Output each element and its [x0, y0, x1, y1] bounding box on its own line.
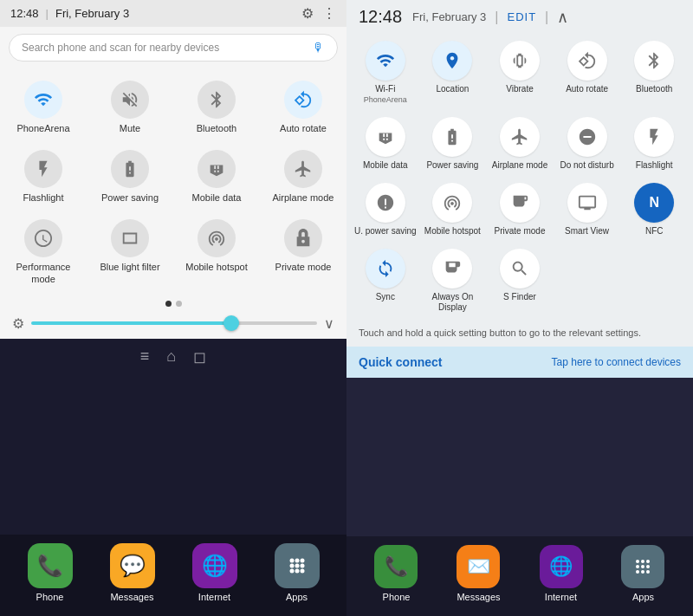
- rt-label-donotdisturb: Do not disturb: [560, 160, 613, 171]
- tile-mobilehotspot[interactable]: Mobile hotspot: [173, 211, 260, 291]
- left-time: 12:48: [10, 7, 39, 20]
- collapse-button[interactable]: ∧: [557, 8, 568, 27]
- left-date: Fri, February 3: [55, 7, 129, 20]
- tile-mobiledata[interactable]: Mobile data: [173, 141, 260, 211]
- right-app-messages[interactable]: ✉️ Messages: [457, 545, 500, 602]
- page-dots: [0, 295, 346, 312]
- tile-label-privatemode: Private mode: [275, 262, 332, 273]
- tile-airplanemode[interactable]: Airplane mode: [260, 141, 346, 211]
- app-phone[interactable]: 📞 Phone: [28, 543, 73, 602]
- mic-icon[interactable]: 🎙: [313, 41, 325, 55]
- nav-home-icon[interactable]: ⌂: [166, 347, 176, 366]
- rt-icon-airplanemode: [500, 117, 540, 157]
- tile-phonearena[interactable]: PhoneArena: [0, 72, 87, 141]
- edit-button[interactable]: EDIT: [507, 10, 536, 23]
- right-tile-location[interactable]: Location: [419, 34, 487, 110]
- left-panel: 12:48 | Fri, February 3 ⚙ ⋮ Search phone…: [0, 0, 346, 616]
- right-apps-label: Apps: [632, 592, 654, 602]
- rt-icon-nfc: N: [634, 183, 674, 223]
- app-internet[interactable]: 🌐 Internet: [192, 543, 237, 602]
- right-tile-wifi[interactable]: Wi-FiPhoneArena: [352, 34, 419, 110]
- tile-privatemode[interactable]: Private mode: [260, 211, 346, 291]
- right-internet-label: Internet: [545, 592, 577, 602]
- right-tile-upowersaving[interactable]: U. power saving: [352, 176, 419, 242]
- right-tile-sfinder[interactable]: S Finder: [486, 242, 554, 318]
- tile-flashlight[interactable]: Flashlight: [0, 141, 87, 211]
- messages-app-icon: 💬: [110, 543, 155, 588]
- right-app-apps[interactable]: Apps: [621, 545, 664, 602]
- settings-icon[interactable]: ⚙: [301, 5, 314, 22]
- tile-icon-airplanemode: [284, 150, 322, 188]
- right-quick-tiles: Wi-FiPhoneArena Location Vibrate Auto ro…: [346, 30, 693, 321]
- right-app-internet[interactable]: 🌐 Internet: [540, 545, 583, 602]
- right-tile-donotdisturb[interactable]: Do not disturb: [554, 110, 621, 176]
- rt-icon-upowersaving: [366, 183, 405, 223]
- rt-label-location: Location: [436, 84, 469, 94]
- svg-point-14: [646, 565, 650, 568]
- right-tile-bluetooth[interactable]: Bluetooth: [620, 34, 688, 110]
- tile-icon-powersaving: [111, 150, 149, 188]
- brightness-gear-icon[interactable]: ⚙: [12, 315, 24, 332]
- right-tile-privatemode[interactable]: Private mode: [486, 176, 554, 242]
- right-tile-vibrate[interactable]: Vibrate: [486, 34, 554, 110]
- rt-label-wifi: Wi-FiPhoneArena: [364, 84, 407, 105]
- tile-icon-privatemode: [284, 219, 322, 257]
- tile-autorotate[interactable]: Auto rotate: [260, 72, 346, 141]
- brightness-thumb[interactable]: [223, 315, 239, 331]
- right-tile-powersaving[interactable]: Power saving: [419, 110, 487, 176]
- right-tile-alwayson[interactable]: Always On Display: [419, 242, 487, 318]
- chevron-down-icon[interactable]: ∨: [324, 315, 334, 332]
- brightness-slider[interactable]: [31, 321, 317, 325]
- tile-powersaving[interactable]: Power saving: [87, 141, 173, 211]
- svg-point-6: [289, 569, 294, 574]
- right-phone-label: Phone: [383, 592, 411, 602]
- hint-text: Touch and hold a quick setting button to…: [346, 321, 693, 347]
- right-tile-mobiledata[interactable]: Mobile data: [352, 110, 419, 176]
- quick-connect-action[interactable]: Tap here to connect devices: [552, 356, 681, 368]
- app-apps[interactable]: Apps: [275, 543, 320, 602]
- tile-bluetooth[interactable]: Bluetooth: [173, 72, 260, 141]
- right-internet-icon: 🌐: [540, 545, 583, 588]
- tile-label-powersaving: Power saving: [101, 192, 159, 204]
- right-time: 12:48: [359, 7, 402, 27]
- rt-label-nfc: NFC: [645, 226, 664, 237]
- tile-label-phonearena: PhoneArena: [16, 123, 69, 134]
- right-tile-nfc[interactable]: N NFC: [620, 176, 688, 242]
- nav-back-icon[interactable]: ≡: [140, 347, 150, 366]
- tile-icon-bluetooth: [198, 81, 236, 119]
- svg-point-9: [636, 560, 639, 563]
- right-tile-mobilehotspot[interactable]: Mobile hotspot: [419, 176, 487, 242]
- right-tile-airplanemode[interactable]: Airplane mode: [486, 110, 554, 176]
- overflow-icon[interactable]: ⋮: [322, 5, 336, 22]
- left-nav-bar: ≡ ⌂ ◻: [0, 339, 346, 375]
- tile-performancemode[interactable]: Performance mode: [0, 211, 87, 291]
- right-app-phone[interactable]: 📞 Phone: [374, 545, 418, 602]
- svg-point-2: [300, 559, 304, 563]
- apps-app-label: Apps: [286, 592, 308, 602]
- rt-label-mobilehotspot: Mobile hotspot: [424, 226, 481, 237]
- left-app-row: 📞 Phone 💬 Messages 🌐 Internet: [0, 535, 346, 616]
- rt-icon-mobiledata: [366, 117, 405, 157]
- left-divider: |: [46, 7, 49, 20]
- right-tile-sync[interactable]: Sync: [352, 242, 419, 318]
- tile-icon-performancemode: [24, 219, 62, 257]
- rt-icon-alwayson: [432, 249, 472, 289]
- nav-recents-icon[interactable]: ◻: [193, 347, 206, 366]
- rt-label-sfinder: S Finder: [503, 292, 536, 302]
- app-messages[interactable]: 💬 Messages: [110, 543, 155, 602]
- rt-label-smartview: Smart View: [565, 226, 609, 237]
- right-tile-smartview[interactable]: Smart View: [554, 176, 621, 242]
- tile-bluelightfilter[interactable]: Blue light filter: [87, 211, 173, 291]
- search-bar[interactable]: Search phone and scan for nearby devices…: [9, 34, 338, 62]
- quick-connect-bar[interactable]: Quick connect Tap here to connect device…: [346, 347, 693, 378]
- tile-label-performancemode: Performance mode: [3, 262, 83, 284]
- tile-icon-mobiledata: [198, 150, 236, 188]
- right-app-row: 📞 Phone ✉️ Messages 🌐 Internet: [346, 536, 693, 616]
- dot-2: [176, 301, 182, 307]
- tile-mute[interactable]: Mute: [87, 72, 173, 141]
- rt-label-powersaving: Power saving: [426, 160, 478, 171]
- svg-point-0: [289, 559, 294, 563]
- right-tile-autorotate[interactable]: Auto rotate: [554, 34, 621, 110]
- right-tile-flashlight[interactable]: Flashlight: [620, 110, 688, 176]
- rt-label-airplanemode: Airplane mode: [492, 160, 547, 171]
